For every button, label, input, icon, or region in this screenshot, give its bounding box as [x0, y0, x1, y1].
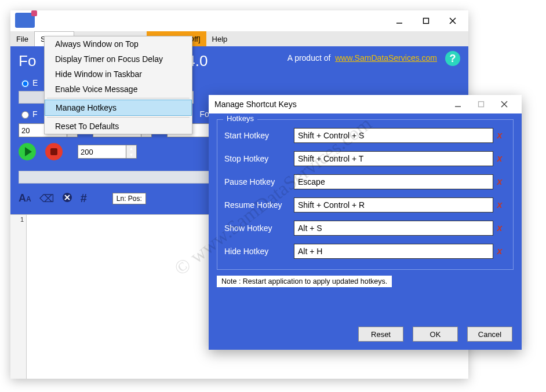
dialog-button-row: Reset OK Cancel	[209, 322, 522, 350]
font-icon[interactable]: AA	[19, 192, 31, 204]
product-of: A product of www.SamDataServices.com	[287, 53, 437, 63]
product-link[interactable]: www.SamDataServices.com	[335, 53, 437, 63]
spinner-4-down[interactable]: ▼	[126, 152, 136, 158]
radio-option-2-label: F	[32, 109, 38, 119]
hotkey-row-hide: Hide Hotkey x	[224, 244, 506, 259]
menu-file[interactable]: File	[10, 31, 34, 46]
settings-item-manage-hotkeys[interactable]: Manage Hotkeys	[45, 100, 192, 116]
hotkey-label: Pause Hotkey	[224, 177, 294, 186]
delete-hotkey-icon[interactable]: x	[493, 177, 506, 187]
help-icon[interactable]: ?	[445, 51, 460, 66]
svg-rect-8	[479, 102, 484, 107]
minimize-button[interactable]	[386, 12, 413, 30]
dialog-maximize-button	[469, 96, 493, 112]
stop-hotkey-input[interactable]	[294, 151, 493, 166]
hotkey-label: Hide Hotkey	[224, 247, 294, 256]
settings-separator	[47, 117, 190, 118]
hotkey-label: Resume Hotkey	[224, 200, 294, 210]
hotkey-row-start: Start Hotkey x	[224, 128, 506, 143]
settings-item-display-timer[interactable]: Display Timer on Focus Delay	[45, 52, 192, 67]
delete-hotkey-icon[interactable]: x	[493, 200, 506, 210]
spinner-4-input[interactable]	[78, 145, 126, 159]
spinner-4[interactable]: ▲▼	[78, 145, 137, 159]
app-title-left: Fo	[19, 52, 36, 70]
hide-hotkey-input[interactable]	[294, 244, 493, 259]
hotkey-label: Start Hotkey	[224, 131, 294, 140]
hotkey-row-stop: Stop Hotkey x	[224, 151, 506, 166]
delete-hotkey-icon[interactable]: x	[493, 130, 506, 141]
dialog-titlebar: Manage Shortcut Keys	[209, 95, 522, 113]
line-number: 1	[10, 216, 24, 223]
editor-gutter: 1	[10, 215, 27, 379]
window-titlebar	[10, 10, 468, 31]
settings-item-always-on-top[interactable]: Always Window on Top	[45, 36, 192, 52]
play-button[interactable]	[19, 143, 36, 160]
hotkey-label: Stop Hotkey	[224, 154, 294, 163]
reset-button[interactable]: Reset	[358, 327, 403, 342]
settings-dropdown: Always Window on Top Display Timer on Fo…	[44, 36, 192, 134]
dialog-body: Hotkeys Start Hotkey x Stop Hotkey x Pau…	[209, 113, 522, 322]
delete-hotkey-icon[interactable]: x	[493, 153, 506, 164]
hotkey-row-pause: Pause Hotkey x	[224, 174, 506, 189]
close-button[interactable]	[439, 12, 466, 30]
radio-option-1[interactable]	[21, 80, 29, 87]
ok-button[interactable]: OK	[413, 327, 458, 342]
maximize-button[interactable]	[413, 12, 439, 30]
dialog-title: Manage Shortcut Keys	[214, 100, 297, 109]
settings-item-voice-message[interactable]: Enable Voice Message	[45, 82, 192, 97]
delete-hotkey-icon[interactable]: x	[493, 223, 506, 233]
settings-item-hide-taskbar[interactable]: Hide Window in Taskbar	[45, 67, 192, 82]
hash-icon[interactable]: #	[81, 192, 87, 205]
show-hotkey-input[interactable]	[294, 221, 493, 236]
manage-hotkeys-dialog: Manage Shortcut Keys Hotkeys Start Hotke…	[209, 95, 522, 350]
hotkey-label: Show Hotkey	[224, 224, 294, 233]
pause-hotkey-input[interactable]	[294, 174, 493, 189]
dialog-close-button[interactable]	[493, 96, 516, 112]
settings-separator	[47, 98, 190, 98]
hotkey-row-resume: Resume Hotkey x	[224, 197, 506, 213]
app-logo-icon	[15, 13, 35, 28]
hotkey-row-show: Show Hotkey x	[224, 221, 506, 236]
start-hotkey-input[interactable]	[294, 128, 493, 143]
label-fo: Fo	[200, 109, 209, 119]
radio-option-1-label: E	[32, 78, 38, 87]
product-of-label: A product of	[287, 53, 331, 63]
line-position-indicator: Ln: Pos:	[112, 193, 146, 204]
hotkeys-legend: Hotkeys	[223, 114, 257, 123]
cancel-button[interactable]: Cancel	[467, 327, 512, 342]
clear-icon[interactable]	[62, 192, 72, 205]
backspace-icon[interactable]: ⌫	[39, 192, 54, 205]
radio-option-2[interactable]	[21, 111, 29, 119]
spinner-4-up[interactable]: ▲	[126, 145, 136, 152]
stop-button[interactable]	[45, 143, 63, 160]
dialog-minimize-button[interactable]	[446, 96, 469, 112]
settings-item-reset-defaults[interactable]: Reset To Defaults	[45, 119, 192, 134]
svg-rect-1	[424, 19, 429, 24]
restart-note: Note : Restart application to apply upda…	[217, 276, 392, 287]
hotkeys-groupbox: Hotkeys Start Hotkey x Stop Hotkey x Pau…	[217, 119, 514, 270]
menu-help[interactable]: Help	[206, 31, 234, 46]
resume-hotkey-input[interactable]	[294, 197, 493, 213]
delete-hotkey-icon[interactable]: x	[493, 246, 506, 257]
